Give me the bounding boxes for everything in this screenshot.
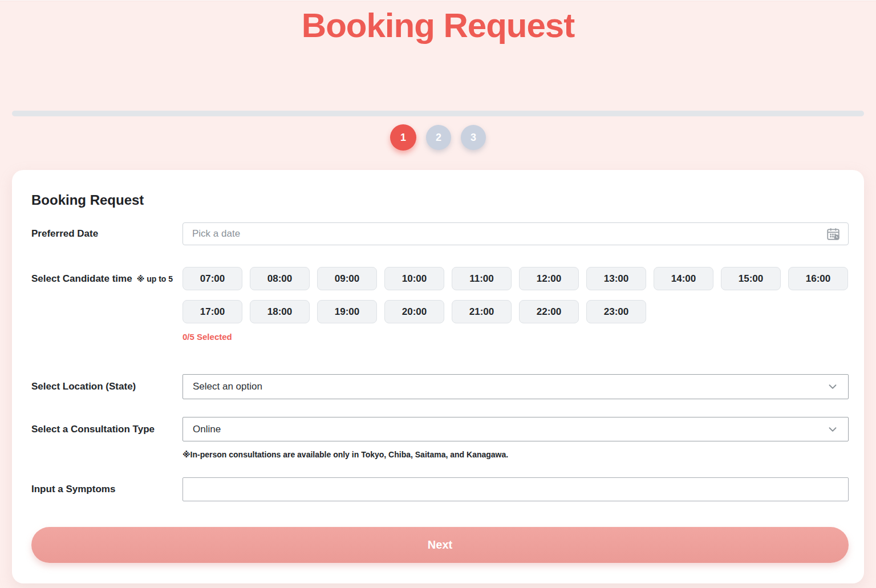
card-heading: Booking Request (31, 192, 849, 209)
page-title: Booking Request (0, 3, 876, 48)
step-1[interactable]: 1 (390, 124, 416, 151)
location-select[interactable]: Select an option (182, 374, 849, 399)
consultation-select[interactable]: Online (182, 417, 849, 441)
next-button[interactable]: Next (31, 527, 849, 563)
location-label: Select Location (State) (31, 381, 182, 392)
time-slot-button[interactable]: 15:00 (721, 267, 781, 290)
consultation-field: Online ※In-person consultations are avai… (182, 417, 849, 459)
time-slot-button[interactable]: 19:00 (317, 300, 377, 323)
time-slot-button[interactable]: 07:00 (182, 267, 242, 290)
time-slot-button[interactable]: 17:00 (182, 300, 242, 323)
chevron-down-icon (826, 380, 839, 393)
time-slot-button[interactable]: 13:00 (586, 267, 646, 290)
symptoms-row: Input a Symptoms (31, 477, 849, 501)
candidate-time-label-text: Select Candidate time (31, 273, 132, 284)
calendar-clock-icon[interactable] (826, 226, 841, 241)
preferred-date-row: Preferred Date (31, 222, 849, 245)
preferred-date-label: Preferred Date (31, 228, 182, 240)
step-2[interactable]: 2 (426, 125, 451, 150)
location-select-value: Select an option (193, 381, 262, 392)
symptoms-input[interactable] (182, 477, 849, 501)
time-slot-button[interactable]: 12:00 (519, 267, 579, 290)
consultation-note: ※In-person consultations are available o… (182, 450, 849, 459)
candidate-time-options: 07:0008:0009:0010:0011:0012:0013:0014:00… (182, 267, 849, 342)
preferred-date-field (182, 222, 849, 245)
time-slot-button[interactable]: 20:00 (384, 300, 444, 323)
time-slot-button[interactable]: 23:00 (586, 300, 646, 323)
preferred-date-input[interactable] (182, 222, 849, 245)
time-slot-button[interactable]: 18:00 (250, 300, 310, 323)
time-slot-button[interactable]: 22:00 (519, 300, 579, 323)
chevron-down-icon (826, 423, 839, 436)
step-3[interactable]: 3 (461, 125, 486, 150)
stepper: 1 2 3 (0, 123, 876, 152)
time-slot-button[interactable]: 14:00 (654, 267, 713, 290)
location-row: Select Location (State) Select an option (31, 374, 849, 399)
time-slot-button[interactable]: 16:00 (788, 267, 848, 290)
time-slot-button[interactable]: 10:00 (384, 267, 444, 290)
time-slot-button[interactable]: 09:00 (317, 267, 377, 290)
time-slot-grid: 07:0008:0009:0010:0011:0012:0013:0014:00… (182, 267, 849, 323)
consultation-label: Select a Consultation Type (31, 417, 182, 441)
consultation-row: Select a Consultation Type Online ※In-pe… (31, 417, 849, 459)
symptoms-label: Input a Symptoms (31, 484, 182, 495)
time-slot-button[interactable]: 11:00 (452, 267, 512, 290)
top-divider (0, 0, 876, 1)
time-slot-button[interactable]: 21:00 (452, 300, 512, 323)
time-slot-button[interactable]: 08:00 (250, 267, 310, 290)
progress-track (12, 111, 864, 116)
time-selected-status: 0/5 Selected (182, 332, 849, 342)
candidate-time-row: Select Candidate time※ up to 5 07:0008:0… (31, 267, 849, 342)
candidate-time-label: Select Candidate time※ up to 5 (31, 267, 182, 291)
booking-form-card: Booking Request Preferred Date Sele (12, 170, 864, 583)
candidate-time-hint: ※ up to 5 (137, 274, 173, 283)
consultation-select-value: Online (193, 424, 221, 435)
